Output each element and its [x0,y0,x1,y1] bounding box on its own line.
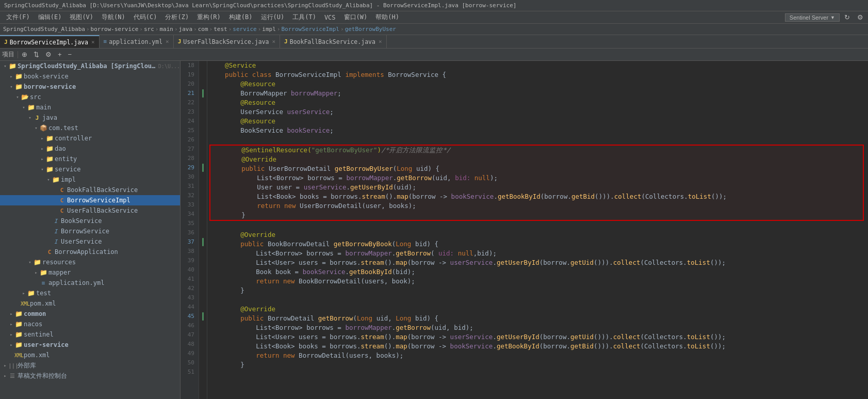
tab-icon-yml: ≡ [104,38,107,45]
tree-controller[interactable]: ▸ 📁 controller [0,133,180,143]
ln-38: 38 [183,247,194,256]
xml-icon-pom-root: XML [14,353,23,358]
tab-userfall[interactable]: J UserFallBackService.java × [174,35,280,48]
breadcrumb-main[interactable]: main [159,26,173,33]
gear-icon-button[interactable]: ⚙ [43,50,54,59]
gutter-44 [199,302,207,312]
tree-src[interactable]: ▾ 📂 src [0,92,180,102]
tree-java[interactable]: ▾ J java [0,113,180,123]
breadcrumb-root[interactable]: SpringCloudStudy_Alibaba [3,26,85,33]
tree-external-libs[interactable]: ▸ ||| 外部库 [0,360,180,371]
tree-entity[interactable]: ▸ 📁 entity [0,154,180,164]
menu-analyze[interactable]: 分析(Z) [161,12,193,23]
tree-borrow-service[interactable]: ▾ 📁 borrow-service [0,82,180,92]
folder-icon-entity: 📁 [45,155,54,163]
tree-dao[interactable]: ▸ 📁 dao [0,143,180,154]
tree-label-borrow-service: borrow-service [24,83,180,90]
refresh-button[interactable]: ↻ [842,12,853,22]
tree-test[interactable]: ▸ 📁 test [0,288,180,298]
menu-build[interactable]: 构建(B) [225,12,257,23]
tree-scratches[interactable]: ▸ ☰ 草稿文件和控制台 [0,371,180,381]
code-line-32: List<Book> books = borrows.stream().map(… [210,192,863,201]
tree-resources[interactable]: ▾ 📁 resources [0,257,180,267]
code-line-18: @Service [209,61,868,70]
tab-borrow-impl[interactable]: J BorrowServiceImpl.java × [0,35,100,48]
breadcrumb-module[interactable]: borrow-service [91,26,139,33]
menu-vcs[interactable]: VCS [320,13,340,22]
tree-impl[interactable]: ▾ 📁 impl [0,174,180,185]
new-element-button[interactable]: ⊕ [19,50,30,59]
sort-button[interactable]: ⇅ [31,50,42,59]
tab-bookfall[interactable]: J BookFallBackService.java × [280,35,386,48]
ln-50: 50 [183,358,194,368]
sidebar-tree: ▾ 📁 SpringCloudStudy_Alibaba [SpringClou… [0,61,180,399]
tree-borrowservice-iface[interactable]: ▸ I BorrowService [0,226,180,236]
tree-root[interactable]: ▾ 📁 SpringCloudStudy_Alibaba [SpringClou… [0,61,180,71]
tab-close-userfall[interactable]: × [272,38,275,45]
tree-book-service[interactable]: ▸ 📁 book-service [0,71,180,82]
tree-common[interactable]: ▸ 📁 common [0,309,180,319]
breadcrumb-test[interactable]: test [214,26,227,33]
breadcrumb-method[interactable]: getBorrowByUser [345,26,396,33]
tree-label-entity: entity [55,155,180,163]
menu-edit[interactable]: 编辑(E) [34,12,66,23]
expand-all-button[interactable]: + [55,50,64,59]
tab-close-borrow[interactable]: × [91,39,95,45]
menu-run[interactable]: 运行(U) [257,12,289,23]
tree-bookservice-iface[interactable]: ▸ I BookService [0,216,180,226]
code-content: 18 19 20 21 22 23 24 25 26 27 28 29 30 3… [181,61,868,399]
menu-tools[interactable]: 工具(T) [288,12,320,23]
ln-39: 39 [183,256,194,265]
code-line-50: } [209,360,868,370]
collapse-all-button[interactable]: − [65,50,75,59]
line-numbers: 18 19 20 21 22 23 24 25 26 27 28 29 30 3… [181,61,199,399]
tree-borrowapplication[interactable]: ▸ C BorrowApplication [0,247,180,257]
menu-view[interactable]: 视图(V) [65,12,97,23]
menu-file[interactable]: 文件(F) [2,12,34,23]
menu-help[interactable]: 帮助(H) [371,12,403,23]
breadcrumb-impl[interactable]: impl [262,26,276,33]
breadcrumb-java[interactable]: java [179,26,193,33]
xml-icon-pom-borrow: XML [21,301,29,307]
tree-label-mapper: mapper [48,269,180,276]
tab-close-bookfall[interactable]: × [379,38,382,45]
tree-main[interactable]: ▾ 📁 main [0,102,180,113]
tree-bookfallback[interactable]: ▸ C BookFallBackService [0,185,180,195]
tree-pom-root[interactable]: ▸ XML pom.xml [0,350,180,360]
tab-close-yml[interactable]: × [166,38,169,45]
menu-code[interactable]: 代码(C) [129,12,161,23]
gutter-27 [199,145,207,154]
tree-pom-borrow[interactable]: ▸ XML pom.xml [0,298,180,309]
tab-icon-bookfall: J [284,38,288,45]
tree-arrow-common: ▸ [8,311,14,316]
breadcrumb-com[interactable]: com [198,26,208,33]
ln-18: 18 [183,61,194,70]
tree-user-service[interactable]: ▸ 📁 user-service [0,340,180,350]
sentinel-server-button[interactable]: Sentinel Server ▼ [785,13,840,22]
breadcrumb-src[interactable]: src [144,26,154,33]
tree-application-yml[interactable]: ▸ ≡ application.yml [0,278,180,288]
tree-mapper[interactable]: ▸ 📁 mapper [0,267,180,278]
tree-arrow-main: ▾ [21,105,27,110]
tree-label-sentinel: sentinel [24,331,180,338]
tree-label-pom-root: pom.xml [24,352,180,359]
tab-application-yml[interactable]: ≡ application.yml × [100,35,174,48]
tree-com-test[interactable]: ▾ 📦 com.test [0,123,180,133]
tree-userservice-iface[interactable]: ▸ I UserService [0,236,180,247]
settings-button[interactable]: ⚙ [855,12,866,22]
menu-window[interactable]: 窗口(W) [340,12,372,23]
tree-borrowserviceimpl[interactable]: ▸ C BorrowServiceImpl [0,195,180,205]
folder-icon-mapper: 📁 [39,269,47,276]
tree-service[interactable]: ▾ 📁 service [0,164,180,174]
menu-refactor[interactable]: 重构(R) [193,12,225,23]
tree-sentinel[interactable]: ▸ 📁 sentinel [0,329,180,340]
breadcrumb-class[interactable]: BorrowServiceImpl [281,26,339,33]
code-line-24: @Resource [209,117,868,126]
code-editor[interactable]: 18 19 20 21 22 23 24 25 26 27 28 29 30 3… [181,61,868,399]
menu-navigate[interactable]: 导航(N) [97,12,129,23]
tree-label-resources: resources [42,259,180,266]
gutter-46 [199,321,207,330]
tree-nacos[interactable]: ▸ 📁 nacos [0,319,180,329]
breadcrumb-service[interactable]: service [233,26,256,33]
tree-userfallback[interactable]: ▸ C UserFallBackService [0,205,180,216]
